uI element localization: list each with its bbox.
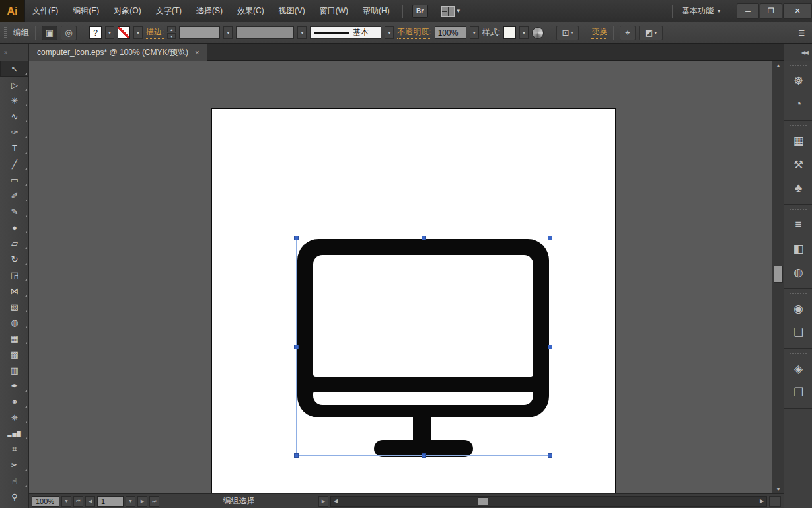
variable-width-profile-dropdown-button[interactable]: ▼ <box>297 26 307 39</box>
symbol-sprayer-tool[interactable]: ✵ <box>0 410 29 425</box>
rectangle-tool[interactable]: ▭ <box>0 172 29 188</box>
gradient-tool[interactable]: ▥ <box>0 362 29 378</box>
line-segment-tool[interactable]: ╱ <box>0 156 29 172</box>
swatches-panel-icon[interactable]: ▦ <box>784 129 812 153</box>
transparency-panel-icon[interactable]: ◍ <box>784 260 812 284</box>
lasso-tool[interactable]: ∿ <box>0 108 29 124</box>
stroke-panel-icon[interactable]: ≡ <box>784 213 812 236</box>
selection-handle-bottom-left[interactable] <box>294 453 299 458</box>
stroke-panel-link[interactable]: 描边: <box>146 26 164 39</box>
menu-window[interactable]: 窗口(W) <box>313 0 355 22</box>
arrange-documents-button[interactable]: ▼ <box>441 6 461 17</box>
drag-grip[interactable] <box>790 65 807 66</box>
blend-tool[interactable]: ⚭ <box>0 394 29 410</box>
blob-brush-tool[interactable]: ● <box>0 219 29 235</box>
maximize-button[interactable]: ❐ <box>760 3 782 19</box>
scale-tool[interactable]: ◲ <box>0 267 29 283</box>
width-tool[interactable]: ⋈ <box>0 283 29 299</box>
layers-panel-icon[interactable]: ◈ <box>784 357 812 381</box>
brush-definition-dropdown-button[interactable]: ▼ <box>385 26 394 39</box>
artboards-panel-icon[interactable]: ❐ <box>784 381 812 404</box>
opacity-dropdown-button[interactable]: ▼ <box>470 26 479 39</box>
opacity-field[interactable]: 100% <box>435 26 466 39</box>
status-flyout-button[interactable]: ▶ <box>318 496 328 507</box>
symbols-panel-icon[interactable]: ♣ <box>784 176 812 200</box>
stroke-color-swatch[interactable] <box>118 26 130 39</box>
align-to-selection-button[interactable]: ⊡ ▾ <box>556 26 579 40</box>
paintbrush-tool[interactable]: ✐ <box>0 188 29 203</box>
graphic-style-dropdown-button[interactable]: ▼ <box>519 26 529 39</box>
transform-bounding-box-button[interactable]: ▣ <box>42 26 57 40</box>
selection-handle-bottom-right[interactable] <box>548 453 552 458</box>
scroll-right-icon[interactable]: ▶ <box>757 497 766 506</box>
scroll-down-icon[interactable]: ▼ <box>772 484 784 493</box>
close-tab-icon[interactable]: × <box>195 48 199 56</box>
graphic-styles-panel-icon[interactable]: ❏ <box>784 320 812 344</box>
zoom-dropdown-button[interactable]: ▼ <box>61 496 71 507</box>
direct-selection-tool[interactable]: ▷ <box>0 77 29 92</box>
drag-grip[interactable] <box>790 353 807 354</box>
recolor-artwork-icon[interactable] <box>532 27 544 39</box>
rotate-tool[interactable]: ↻ <box>0 251 29 267</box>
step-up-icon[interactable]: ▲ <box>167 26 176 32</box>
zoom-level-field[interactable]: 100% <box>32 496 59 507</box>
drag-grip[interactable] <box>790 125 807 126</box>
selection-handle-bottom-center[interactable] <box>422 453 426 458</box>
pencil-tool[interactable]: ✎ <box>0 203 29 219</box>
canvas[interactable] <box>29 61 772 493</box>
scroll-left-icon[interactable]: ◀ <box>331 497 340 506</box>
perspective-grid-tool[interactable]: ▦ <box>0 330 29 346</box>
selection-handle-middle-right[interactable] <box>548 345 552 349</box>
drag-grip[interactable] <box>790 209 807 210</box>
color-guide-panel-icon[interactable]: ◔ <box>784 92 812 116</box>
menu-object[interactable]: 对象(O) <box>106 0 148 22</box>
horizontal-scrollbar-thumb[interactable] <box>478 497 488 505</box>
step-down-icon[interactable]: ▼ <box>167 33 176 39</box>
control-panel-menu-button[interactable]: ≣ <box>798 28 808 38</box>
free-transform-tool[interactable]: ▧ <box>0 299 29 314</box>
eyedropper-tool[interactable]: ✒ <box>0 378 29 394</box>
next-artboard-button[interactable]: ▶ <box>137 496 147 507</box>
selection-handle-top-right[interactable] <box>548 236 552 240</box>
vertical-scrollbar-thumb[interactable] <box>774 266 783 283</box>
zoom-tool[interactable]: ⚲ <box>0 489 29 505</box>
menu-file[interactable]: 文件(F) <box>25 0 65 22</box>
opacity-panel-link[interactable]: 不透明度: <box>397 26 431 39</box>
menu-select[interactable]: 选择(S) <box>189 0 230 22</box>
eraser-tool[interactable]: ▱ <box>0 235 29 251</box>
selection-tool[interactable]: ↖ <box>0 61 29 77</box>
document-tab[interactable]: computer_icon.eps* @ 100% (CMYK/预览) × <box>29 44 207 61</box>
stroke-weight-field[interactable] <box>179 26 220 39</box>
pen-tool[interactable]: ✑ <box>0 124 29 140</box>
align-objects-button[interactable]: ⌖ <box>620 26 636 40</box>
last-artboard-button[interactable]: ⏭ <box>149 496 159 507</box>
menu-type[interactable]: 文字(T) <box>149 0 189 22</box>
color-panel-icon[interactable]: ☸ <box>784 69 812 92</box>
menu-edit[interactable]: 编辑(E) <box>65 0 106 22</box>
gradient-panel-icon[interactable]: ◧ <box>784 236 812 260</box>
horizontal-scrollbar[interactable]: ◀ ▶ <box>330 496 767 507</box>
type-tool[interactable]: T <box>0 140 29 156</box>
dock-collapse-button[interactable]: ◀◀ <box>784 44 812 61</box>
drag-grip[interactable] <box>4 27 7 39</box>
vertical-scrollbar[interactable]: ▲ ▼ <box>772 61 784 493</box>
mesh-tool[interactable]: ▩ <box>0 346 29 362</box>
shape-builder-tool[interactable]: ◍ <box>0 314 29 330</box>
isolate-selected-object-button[interactable]: ◩ ▾ <box>639 26 663 40</box>
fill-color-swatch[interactable]: ? <box>89 26 102 39</box>
stroke-weight-stepper[interactable]: ▲ ▼ <box>167 26 176 39</box>
slice-tool[interactable]: ✂ <box>0 457 29 473</box>
variable-width-profile-field[interactable] <box>236 26 294 39</box>
toolbar-header[interactable]: » <box>0 44 29 61</box>
drag-grip[interactable] <box>790 293 807 294</box>
minimize-button[interactable]: ─ <box>737 3 759 19</box>
selection-handle-top-center[interactable] <box>422 236 426 240</box>
scroll-up-icon[interactable]: ▲ <box>772 61 784 70</box>
selection-handle-middle-left[interactable] <box>294 345 299 349</box>
stroke-dropdown-button[interactable]: ▼ <box>133 26 143 39</box>
workspace-switcher[interactable]: 基本功能 ▾ <box>672 5 729 18</box>
brushes-panel-icon[interactable]: ⚒ <box>784 153 812 176</box>
fill-dropdown-button[interactable]: ▼ <box>105 26 114 39</box>
column-graph-tool[interactable]: ▂▅▇ <box>0 425 29 441</box>
menu-effect[interactable]: 效果(C) <box>230 0 272 22</box>
